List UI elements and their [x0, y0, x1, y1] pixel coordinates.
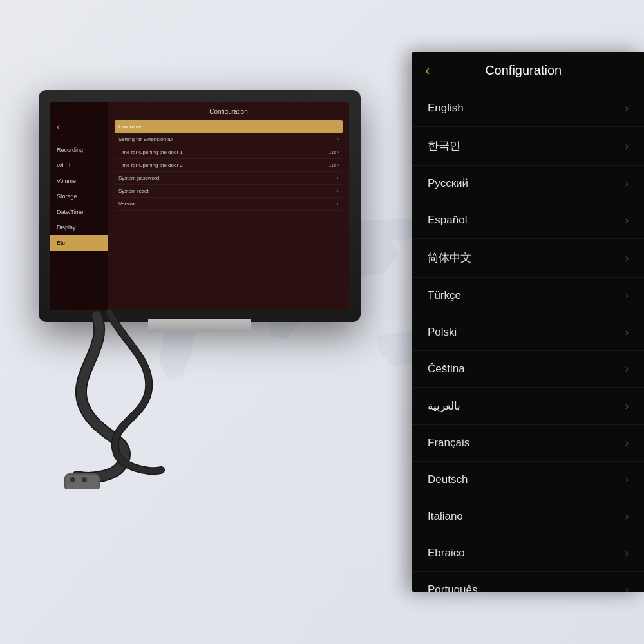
cable-area — [58, 309, 283, 489]
language-name-italian: Italiano — [428, 510, 463, 523]
screen-row-door2-label: Time for Opening the door 2 — [118, 162, 183, 168]
language-name-russian: Русский — [428, 177, 468, 190]
screen-row-door1: Time for Opening the door 1 11s › — [115, 146, 343, 159]
language-item-english[interactable]: English› — [412, 90, 644, 127]
device-area: ‹ Recording Wi-Fi Volume Storage Date/Ti… — [19, 64, 380, 547]
screen-row-extension: Setting for Extension ID › — [115, 133, 343, 146]
screen-sidebar: ‹ Recording Wi-Fi Volume Storage Date/Ti… — [50, 102, 108, 310]
language-name-polish: Polski — [428, 326, 457, 339]
screen-row-door2: Time for Opening the door 2 11s › — [115, 159, 343, 172]
screen-row-language: Language › — [115, 120, 343, 133]
screen-menu-volume: Volume — [50, 173, 108, 189]
language-item-korean[interactable]: 한국인› — [412, 127, 644, 166]
language-name-english: English — [428, 102, 464, 115]
svg-rect-1 — [66, 475, 99, 489]
screen-menu-wifi: Wi-Fi — [50, 158, 108, 173]
screen-row-language-label: Language — [118, 124, 142, 129]
phone-header: ‹ Configuration — [412, 52, 644, 90]
screen-row-password-label: System password — [118, 175, 159, 181]
screen-row-reset-label: System reset — [118, 188, 149, 194]
screen-row-password-chevron: › — [337, 175, 339, 181]
language-chevron-hebrew: › — [625, 547, 629, 559]
phone-title: Configuration — [440, 63, 607, 78]
language-chevron-arabic: › — [625, 401, 629, 412]
language-chevron-chinese: › — [625, 252, 629, 264]
language-list: English›한국인›Русский›Español›简体中文›Türkçe›… — [412, 90, 644, 592]
language-name-french: Français — [428, 437, 469, 450]
screen-menu-storage: Storage — [50, 189, 108, 204]
screen-row-extension-label: Setting for Extension ID — [118, 137, 173, 142]
language-chevron-korean: › — [625, 140, 629, 152]
screen-row-version-label: Version — [118, 201, 136, 207]
screen-config-title: Configuration — [115, 108, 343, 115]
language-item-hebrew[interactable]: Ebraico› — [412, 535, 644, 572]
language-name-korean: 한국인 — [428, 138, 460, 153]
screen-menu-display: Display — [50, 220, 108, 235]
svg-point-5 — [82, 477, 87, 482]
language-item-spanish[interactable]: Español› — [412, 202, 644, 239]
screen-menu-datetime: Date/Time — [50, 204, 108, 220]
monitor-screen: ‹ Recording Wi-Fi Volume Storage Date/Ti… — [50, 102, 349, 310]
language-name-turkish: Türkçe — [428, 289, 461, 302]
phone-panel: ‹ Configuration English›한국인›Русский›Espa… — [412, 52, 644, 592]
language-item-french[interactable]: Français› — [412, 425, 644, 462]
language-item-polish[interactable]: Polski› — [412, 314, 644, 351]
language-item-arabic[interactable]: بالعربية› — [412, 388, 644, 425]
language-chevron-spanish: › — [625, 214, 629, 226]
language-chevron-english: › — [625, 102, 629, 114]
screen-row-reset-chevron: › — [337, 188, 339, 194]
svg-point-4 — [70, 477, 75, 482]
language-chevron-french: › — [625, 437, 629, 449]
screen-back-icon: ‹ — [50, 121, 108, 142]
language-chevron-portuguese: › — [625, 584, 629, 592]
screen-menu-etc: Etc — [50, 235, 108, 251]
screen-row-version: Version › — [115, 198, 343, 211]
language-chevron-polish: › — [625, 327, 629, 338]
language-chevron-italian: › — [625, 511, 629, 522]
screen-row-door1-value: 11s › — [328, 150, 339, 155]
language-name-spanish: Español — [428, 214, 467, 227]
language-name-portuguese: Português — [428, 583, 478, 592]
screen-menu-recording: Recording — [50, 142, 108, 158]
screen-row-password: System password › — [115, 172, 343, 185]
language-name-czech: Čeština — [428, 363, 465, 375]
language-item-turkish[interactable]: Türkçe› — [412, 278, 644, 314]
monitor-frame: ‹ Recording Wi-Fi Volume Storage Date/Ti… — [39, 90, 361, 322]
language-name-arabic: بالعربية — [428, 399, 460, 413]
language-item-russian[interactable]: Русский› — [412, 166, 644, 202]
screen-row-extension-chevron: › — [337, 137, 339, 142]
screen-row-door1-label: Time for Opening the door 1 — [118, 149, 183, 155]
screen-row-language-chevron: › — [337, 124, 339, 129]
language-item-portuguese[interactable]: Português› — [412, 572, 644, 592]
language-item-german[interactable]: Deutsch› — [412, 462, 644, 498]
language-item-czech[interactable]: Čeština› — [412, 351, 644, 388]
language-chevron-turkish: › — [625, 290, 629, 301]
language-chevron-german: › — [625, 474, 629, 486]
language-item-chinese[interactable]: 简体中文› — [412, 239, 644, 278]
language-item-italian[interactable]: Italiano› — [412, 498, 644, 535]
language-name-hebrew: Ebraico — [428, 547, 465, 560]
language-chevron-czech: › — [625, 363, 629, 375]
screen-main: Configuration Language › Setting for Ext… — [108, 102, 349, 310]
language-name-german: Deutsch — [428, 473, 468, 486]
screen-row-reset: System reset › — [115, 185, 343, 198]
language-name-chinese: 简体中文 — [428, 251, 471, 265]
phone-back-button[interactable]: ‹ — [425, 64, 430, 78]
screen-row-door2-value: 11s › — [328, 163, 339, 167]
language-chevron-russian: › — [625, 178, 629, 189]
screen-row-version-chevron: › — [337, 201, 339, 207]
